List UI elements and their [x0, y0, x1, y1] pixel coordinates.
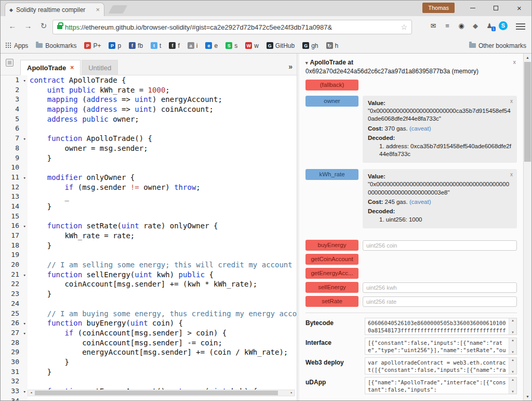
code-line[interactable]: coinAccount[msg.sender] += (kwh * kWh_ra… — [30, 279, 297, 289]
gutter-line[interactable]: 25 — [1, 309, 28, 319]
code-line[interactable]: // I am buying some energy, thus crediti… — [30, 309, 297, 319]
gutter-line[interactable]: 7▾ — [1, 134, 28, 144]
bookmark-item[interactable]: ffb — [129, 42, 143, 49]
web3-deploy-textarea[interactable]: var apollotradeContract = web3.eth.contr… — [365, 357, 517, 374]
code-line[interactable]: uint public kWh_rate = 1000; — [30, 85, 297, 95]
scroll-right-icon[interactable]: ▸ — [288, 390, 295, 396]
sell-energy-button[interactable]: sellEnergy — [305, 282, 358, 293]
fold-toggle-icon[interactable]: ▾ — [23, 329, 26, 339]
gutter-line[interactable]: 14 — [1, 202, 28, 212]
buy-energy-input[interactable] — [363, 240, 517, 251]
code-line[interactable]: function buyEnergy(uint coin) { — [30, 318, 297, 328]
textarea-scrollbar[interactable] — [509, 338, 516, 354]
maximize-button[interactable] — [484, 1, 508, 16]
code-line[interactable]: function setRate(uint rate) onlyOwner { — [30, 221, 297, 231]
textarea-scrollbar[interactable] — [509, 358, 516, 374]
gutter-line[interactable]: 6 — [1, 124, 28, 134]
menu-icon[interactable] — [516, 23, 525, 24]
scroll-up-icon[interactable]: ▲ — [524, 54, 531, 61]
code-line[interactable] — [30, 299, 297, 309]
code-line[interactable]: energyAccount[msg.sender] += (coin / kWh… — [30, 347, 297, 357]
back-button[interactable]: ← — [7, 21, 18, 30]
gutter-line[interactable]: 26▾ — [1, 318, 28, 328]
code-line[interactable]: } — [30, 202, 297, 212]
close-button[interactable]: × — [508, 1, 531, 16]
code-line[interactable]: contract ApolloTrade { — [30, 75, 297, 85]
file-tab-untitled[interactable]: Untitled — [82, 60, 118, 75]
vertical-scrollbar[interactable]: ▲ ▼ — [523, 54, 531, 400]
get-energy-account-button[interactable]: getEnergyAcc... — [305, 268, 358, 279]
gutter-line[interactable]: 24 — [1, 299, 28, 309]
kwh-rate-button[interactable]: kWh_rate — [305, 169, 358, 180]
code-line[interactable]: kWh_rate = rate; — [30, 231, 297, 241]
shield-icon[interactable]: ◆ — [471, 21, 480, 30]
set-rate-input[interactable] — [363, 296, 517, 307]
gutter-line[interactable]: 8 — [1, 144, 28, 153]
code-line[interactable]: } — [30, 357, 297, 367]
bookmark-item[interactable]: ↻h — [326, 42, 339, 49]
fold-toggle-icon[interactable]: ▾ — [23, 319, 26, 329]
gutter-line[interactable]: 28 — [1, 338, 28, 348]
fold-toggle-icon[interactable]: ▾ — [23, 270, 26, 280]
code-line[interactable]: } — [30, 367, 297, 377]
bookmark-item[interactable]: GGitHub — [267, 42, 295, 49]
gutter-line[interactable]: 27▾ — [1, 328, 28, 338]
browser-tab[interactable]: ◆ Solidity realtime compiler × — [5, 3, 104, 16]
gutter-line[interactable]: 2 — [1, 85, 28, 95]
gutter-line[interactable]: 30 — [1, 357, 28, 367]
code-line[interactable] — [30, 377, 297, 386]
code-line[interactable]: // I am selling some energy; this will c… — [30, 260, 297, 270]
forward-button[interactable]: → — [22, 21, 34, 30]
gutter-line[interactable]: 5 — [1, 114, 28, 124]
publish-to-gist-icon[interactable] — [6, 59, 14, 67]
udapp-textarea[interactable]: [{"name":"ApolloTrade","interface":[{"co… — [365, 377, 517, 394]
code-line[interactable]: function ApolloTrade() { — [30, 134, 297, 144]
code-line[interactable]: } — [30, 153, 297, 163]
list-icon[interactable]: ≡ — [443, 21, 452, 30]
result-close-icon[interactable]: x — [510, 98, 513, 105]
new-tab-button[interactable] — [109, 5, 128, 14]
code-line[interactable]: if (msg.sender != owner) throw; — [30, 183, 297, 192]
gutter-line[interactable]: 16▾ — [1, 221, 28, 231]
gutter-line[interactable]: 21▾ — [1, 270, 28, 280]
gutter-line[interactable]: 23 — [1, 289, 28, 299]
bytecode-textarea[interactable]: 60606040526103e8600000505b33600360006101… — [365, 318, 517, 335]
editor-code[interactable]: contract ApolloTrade { uint public kWh_r… — [28, 75, 297, 400]
owner-button[interactable]: owner — [305, 96, 358, 107]
scroll-down-icon[interactable]: ▼ — [524, 393, 531, 400]
set-rate-button[interactable]: setRate — [305, 296, 358, 307]
gutter-line[interactable]: 10 — [1, 163, 28, 173]
other-bookmarks[interactable]: Other bookmarks — [469, 42, 526, 49]
tab-close-icon[interactable]: × — [96, 6, 100, 14]
code-line[interactable]: address public owner; — [30, 114, 297, 124]
gutter-line[interactable]: 18 — [1, 241, 28, 251]
skype-icon[interactable]: S — [499, 21, 508, 30]
code-line[interactable]: _ — [30, 192, 297, 202]
apps-shortcut[interactable]: Apps — [6, 42, 28, 49]
interface-textarea[interactable]: [{"constant":false,"inputs":[{"name":"ra… — [365, 338, 517, 355]
result-close-icon[interactable]: x — [510, 171, 513, 178]
fold-toggle-icon[interactable]: ▾ — [23, 134, 26, 144]
code-line[interactable]: mapping (address => uint) energyAccount; — [30, 95, 297, 105]
tabs-overflow-chevron-icon[interactable]: » — [288, 62, 292, 71]
gutter-line[interactable]: 33▾ — [1, 386, 28, 396]
fold-toggle-icon[interactable]: ▾ — [23, 173, 26, 183]
bookmark-item[interactable]: tt — [151, 42, 161, 49]
scroll-left-icon[interactable]: ◂ — [28, 390, 34, 396]
bookmark-item[interactable]: ee — [205, 42, 218, 49]
code-line[interactable]: coinAccount[msg.sender] -= coin; — [30, 338, 297, 348]
code-line[interactable]: mapping (address => uint) coinAccount; — [30, 105, 297, 114]
https-padlock-icon[interactable] — [57, 25, 62, 29]
circle-icon[interactable]: ◉ — [457, 21, 466, 30]
gutter-line[interactable]: 29 — [1, 347, 28, 357]
code-line[interactable]: } — [30, 241, 297, 251]
code-line[interactable] — [30, 124, 297, 134]
bookmark-star-icon[interactable]: ☆ — [401, 23, 407, 31]
url-bar[interactable]: https ://ethereum.github.io/browser-soli… — [52, 20, 412, 34]
bookmark-item[interactable]: Ggh — [302, 42, 318, 49]
code-line[interactable] — [30, 212, 297, 222]
bookmark-item[interactable]: ff — [169, 42, 179, 49]
reload-button[interactable]: ↻ — [38, 21, 49, 31]
bookmark-item[interactable]: ai — [188, 42, 198, 49]
file-tab-apollotrade[interactable]: ApolloTrade × — [20, 60, 81, 75]
